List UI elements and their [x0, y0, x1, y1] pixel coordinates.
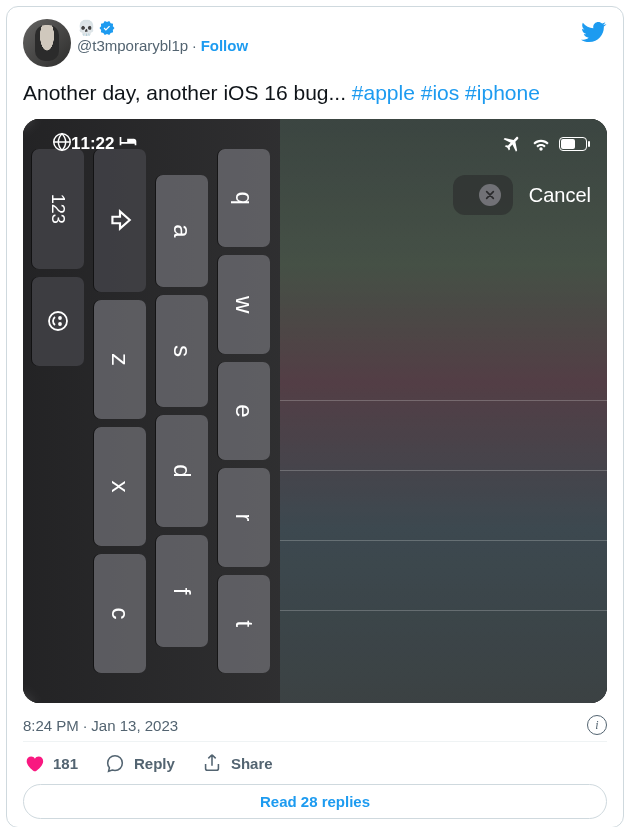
tweet-text-plain: Another day, another iOS 16 bug... — [23, 81, 352, 104]
key-c[interactable]: c — [94, 554, 146, 673]
phone-screenshot: q w e r t a s d f — [23, 119, 607, 703]
kb-row-2: a s d f — [156, 149, 208, 673]
key-z[interactable]: z — [94, 300, 146, 419]
clear-search-button[interactable] — [479, 184, 501, 206]
key-x[interactable]: x — [94, 427, 146, 546]
key-s[interactable]: s — [156, 295, 208, 407]
tweet-media[interactable]: q w e r t a s d f — [23, 119, 607, 703]
heart-icon — [23, 752, 45, 774]
rotated-keyboard: q w e r t a s d f — [32, 141, 270, 681]
key-f[interactable]: f — [156, 535, 208, 647]
hashtag-ios[interactable]: #ios — [421, 81, 460, 104]
display-name-row[interactable]: 💀 — [77, 19, 248, 37]
tweet-text: Another day, another iOS 16 bug... #appl… — [23, 79, 607, 107]
author-names: 💀 @t3mporarybl1p · Follow — [77, 19, 248, 55]
status-time: 11:22 — [71, 134, 114, 154]
share-icon — [201, 752, 223, 774]
search-row: Cancel — [23, 175, 607, 215]
timestamp[interactable]: 8:24 PM · Jan 13, 2023 — [23, 717, 178, 734]
share-label: Share — [231, 755, 273, 772]
share-button[interactable]: Share — [201, 752, 273, 774]
airplane-mode-icon — [503, 134, 523, 154]
like-button[interactable]: 181 — [23, 752, 78, 774]
like-count: 181 — [53, 755, 78, 772]
avatar[interactable] — [23, 19, 71, 67]
key-w[interactable]: w — [218, 256, 270, 354]
reply-icon — [104, 752, 126, 774]
read-replies-button[interactable]: Read 28 replies — [23, 784, 607, 819]
info-icon[interactable]: i — [587, 715, 607, 735]
twitter-logo-icon[interactable] — [581, 19, 607, 45]
key-t[interactable]: t — [218, 575, 270, 673]
kb-row-3: z x c — [94, 149, 146, 673]
display-name-emoji: 💀 — [77, 19, 96, 37]
battery-icon — [559, 137, 587, 151]
tweet-card: 💀 @t3mporarybl1p · Follow Another day, a… — [6, 6, 624, 827]
timestamp-row: 8:24 PM · Jan 13, 2023 i — [23, 715, 607, 735]
svg-point-1 — [59, 318, 61, 320]
handle[interactable]: @t3mporarybl1p — [77, 37, 188, 54]
status-bar: 11:22 — [23, 127, 607, 161]
reply-label: Reply — [134, 755, 175, 772]
key-e[interactable]: e — [218, 362, 270, 460]
cancel-button[interactable]: Cancel — [529, 184, 591, 207]
emoji-key[interactable] — [32, 277, 84, 367]
status-right — [503, 134, 587, 154]
hashtag-iphone[interactable]: #iphone — [465, 81, 540, 104]
kb-row-1: q w e r t — [218, 149, 270, 673]
tweet-header: 💀 @t3mporarybl1p · Follow — [23, 19, 607, 67]
key-d[interactable]: d — [156, 415, 208, 527]
handle-row: @t3mporarybl1p · Follow — [77, 37, 248, 55]
svg-point-2 — [59, 324, 61, 326]
emoji-icon — [46, 310, 70, 334]
follow-link[interactable]: Follow — [201, 37, 249, 54]
kb-row-controls: 123 — [32, 149, 84, 673]
verified-badge-icon — [98, 19, 116, 37]
key-r[interactable]: r — [218, 469, 270, 567]
wifi-icon — [531, 134, 551, 154]
tweet-actions: 181 Reply Share — [23, 746, 607, 776]
shift-key[interactable] — [94, 149, 146, 292]
divider — [23, 741, 607, 742]
globe-icon — [51, 131, 73, 158]
hashtag-apple[interactable]: #apple — [352, 81, 415, 104]
reply-button[interactable]: Reply — [104, 752, 175, 774]
close-icon — [485, 190, 495, 200]
search-field[interactable] — [453, 175, 513, 215]
focus-bed-icon — [118, 134, 138, 154]
status-left: 11:22 — [51, 131, 138, 158]
